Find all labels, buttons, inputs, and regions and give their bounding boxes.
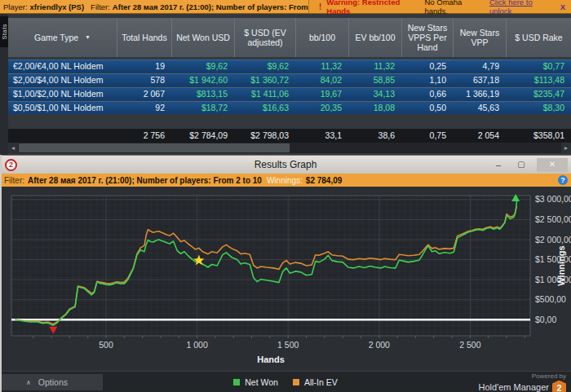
options-button[interactable]: ∧ Options — [2, 374, 103, 390]
horizontal-scrollbar[interactable]: ◂ ▸ — [8, 143, 571, 153]
player-value: xfriendlyx (PS) — [30, 2, 85, 11]
column-header[interactable]: $ USD Rake — [506, 18, 571, 57]
table-cell: 18,08 — [348, 102, 401, 114]
graph-filter-label: Filter: — [4, 176, 24, 185]
winnings-value: $2 784,09 — [306, 176, 343, 185]
scroll-right-icon[interactable]: ▸ — [561, 143, 571, 153]
column-header[interactable]: $ USD (EV adjusted) — [234, 18, 295, 57]
totals-cell: 2 756 — [117, 129, 171, 143]
main-filter-bar: Player: xfriendlyx (PS) Filter: After 28… — [0, 0, 571, 14]
stats-tab[interactable]: Stats — [0, 16, 8, 47]
table-cell: 20,35 — [295, 102, 348, 114]
column-header[interactable]: New Stars VPP — [453, 18, 506, 57]
help-icon[interactable]: ? — [558, 175, 568, 185]
x-axis-title: Hands — [257, 355, 285, 364]
powered-by-label: Powered by — [479, 372, 566, 381]
column-header[interactable]: EV bb/100 — [348, 18, 401, 57]
table-header: Game Type▼Total HandsNet Won USD$ USD (E… — [8, 18, 571, 57]
app-window: Player: xfriendlyx (PS) Filter: After 28… — [0, 0, 571, 392]
graph-filter-value: After 28 мая 2017 г. (21:00); Number of … — [28, 176, 262, 185]
table-cell: 19 — [117, 60, 171, 73]
table-row[interactable]: €2,00/€4,00 NL Holdem19$9,62$9,6211,3211… — [8, 59, 571, 73]
legend-net-won: Net Won — [245, 377, 278, 387]
x-tick-label: 2 000 — [369, 340, 390, 350]
column-header[interactable]: Total Hands — [117, 18, 171, 57]
table-cell: 1,10 — [401, 74, 453, 86]
totals-cell — [8, 129, 117, 143]
y-tick-label: $2 000,00 — [535, 235, 571, 244]
column-header[interactable]: New Stars VPPS Per Hand — [401, 18, 453, 57]
table-cell: 19,67 — [295, 88, 348, 100]
table-cell: 637,18 — [453, 74, 506, 86]
totals-cell: 2 054 — [453, 129, 506, 143]
table-row[interactable]: $1,00/$2,00 NL Holdem2 067$813,15$1 411,… — [8, 87, 571, 100]
warning-icon: ! — [319, 2, 321, 11]
table-cell: $1 942,60 — [171, 74, 234, 86]
net-won-swatch-icon — [233, 379, 240, 385]
column-header[interactable]: bb/100 — [295, 18, 348, 57]
table-cell: 92 — [117, 102, 171, 114]
table-row[interactable]: $0,50/$1,00 NL Holdem92$18,72$16,6320,35… — [8, 101, 571, 114]
column-header-label: Net Won USD — [176, 33, 230, 42]
table-cell: 45,63 — [453, 102, 506, 114]
scrollbar-thumb[interactable] — [19, 143, 290, 152]
table-cell: 58,85 — [348, 74, 401, 86]
column-header-label: New Stars VPPS Per Hand — [405, 23, 450, 52]
options-label: Options — [38, 377, 68, 387]
column-header-label: bb/100 — [309, 33, 335, 42]
table-cell: 84,02 — [295, 74, 348, 86]
table-cell: 0,66 — [401, 88, 453, 100]
table-cell: $8,30 — [506, 102, 571, 114]
table-cell: 11,32 — [295, 60, 348, 73]
graph-filter-bar: Filter: After 28 мая 2017 г. (21:00); Nu… — [0, 174, 571, 187]
y-tick-label: $500,00 — [535, 294, 566, 304]
totals-cell: $2 798,03 — [234, 129, 295, 143]
table-cell: €2,00/€4,00 NL Holdem — [8, 60, 117, 73]
legend-all-in-ev: All-In EV — [304, 377, 338, 387]
x-tick-label: 2 500 — [459, 340, 480, 350]
table-cell: $0,77 — [506, 60, 571, 73]
warning-close-button[interactable]: X — [560, 2, 565, 11]
table-cell: $1,00/$2,00 NL Holdem — [8, 88, 117, 100]
brand-name: Hold'em Manager — [479, 382, 549, 392]
winnings-label: Winnings: — [267, 176, 303, 185]
table-cell: $9,62 — [234, 60, 295, 73]
window-title: Results Graph — [0, 156, 571, 174]
all-in-ev-swatch-icon — [293, 379, 299, 385]
column-header-label: Game Type — [34, 33, 78, 42]
filter-label: Filter: — [91, 2, 110, 11]
totals-cell: $358,01 — [506, 129, 571, 143]
window-border-left — [0, 155, 2, 392]
y-tick-label: $3 000,00 — [535, 194, 571, 204]
table-body: €2,00/€4,00 NL Holdem19$9,62$9,6211,3211… — [8, 59, 571, 115]
results-chart: 5001 0001 5002 0002 500$0,00$500,00$1 00… — [0, 187, 571, 371]
table-row[interactable]: $2,00/$4,00 NL Holdem578$1 942,60$1 360,… — [8, 73, 571, 86]
table-cell: $1 411,06 — [234, 88, 295, 100]
chart-area: 5001 0001 5002 0002 500$0,00$500,00$1 00… — [0, 187, 571, 371]
chevron-up-icon: ∧ — [26, 379, 31, 386]
table-cell: 11,32 — [348, 60, 401, 73]
y-tick-label: $0,00 — [535, 315, 556, 324]
totals-cell: 33,1 — [295, 129, 348, 143]
window-titlebar[interactable]: 2 Results Graph – ▢ ✕ — [0, 155, 571, 174]
table-cell: $813,15 — [171, 88, 234, 100]
column-header-label: EV bb/100 — [355, 33, 395, 42]
y-tick-label: $2 500,00 — [535, 214, 571, 224]
table-cell: $18,72 — [171, 102, 234, 114]
column-header[interactable]: Game Type▼ — [8, 18, 117, 57]
hm2-shield-icon: 2 — [552, 381, 566, 392]
column-header[interactable]: Net Won USD — [171, 18, 234, 57]
stats-panel: Stats Game Type▼Total HandsNet Won USD$ … — [0, 14, 571, 155]
powered-by: Powered by Hold'em Manager 2 — [479, 372, 566, 392]
close-button[interactable]: ✕ — [537, 158, 568, 172]
column-header-label: Total Hands — [122, 33, 166, 42]
x-tick-label: 1 000 — [186, 340, 207, 350]
x-tick-label: 500 — [99, 340, 113, 350]
maximize-button[interactable]: ▢ — [512, 158, 530, 172]
minimize-button[interactable]: – — [489, 158, 507, 172]
x-tick-label: 1 500 — [277, 340, 299, 350]
table-cell: $1 360,72 — [234, 74, 295, 86]
table-cell: $113,48 — [506, 74, 571, 86]
scroll-left-icon[interactable]: ◂ — [8, 143, 18, 153]
column-header-label: $ USD (EV adjusted) — [237, 28, 293, 47]
